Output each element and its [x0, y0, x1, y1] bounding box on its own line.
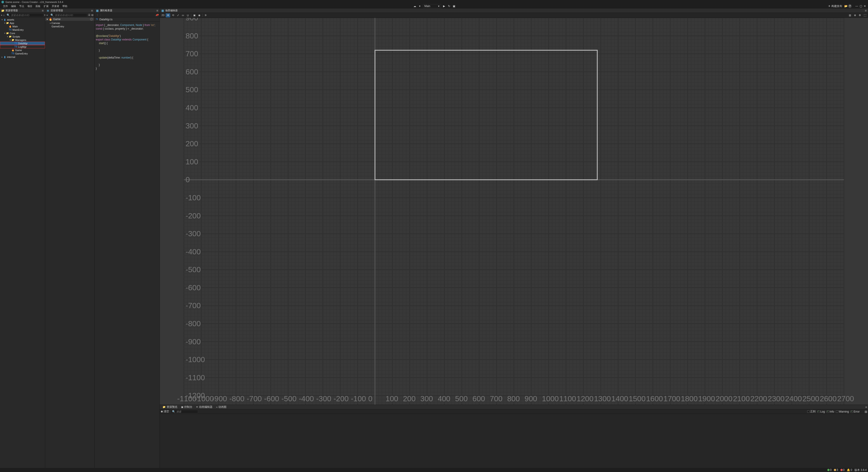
panel-menu-icon[interactable]: ≡	[865, 9, 867, 12]
menu-帮助[interactable]: 帮助	[61, 4, 69, 8]
console-search-input[interactable]	[176, 410, 208, 413]
info-icon[interactable]: i	[90, 18, 93, 21]
chevron-down-icon[interactable]: ▾	[46, 18, 48, 21]
transform-tool-button[interactable]: U	[186, 13, 190, 18]
tree-row[interactable]: ▸Canvas	[45, 21, 94, 25]
info-checkbox[interactable]: Info	[827, 410, 834, 413]
tree-row[interactable]: ▾📁App	[0, 21, 45, 25]
console-search[interactable]: 🔍	[171, 410, 198, 413]
inspector-filename: DataMgr.ts	[99, 18, 113, 21]
maximize-button[interactable]: ▢	[859, 4, 863, 8]
error-checkbox[interactable]: Error	[850, 410, 860, 413]
twist-icon[interactable]: ▾	[1, 19, 3, 21]
close-button[interactable]: ✕	[863, 4, 867, 8]
menu-开发者[interactable]: 开发者	[50, 4, 61, 8]
log-checkbox[interactable]: Log	[817, 410, 825, 413]
panel-menu-icon[interactable]: ≡	[91, 9, 93, 12]
tree-row[interactable]: ▾📁Managers	[0, 38, 45, 41]
menu-文件[interactable]: 文件	[1, 4, 9, 8]
nav-forward-button[interactable]: 〉	[100, 13, 103, 17]
open-folder-button[interactable]: 📂	[844, 4, 848, 8]
assets-search-input[interactable]	[11, 14, 42, 17]
console-settings-icon[interactable]: ▤	[865, 410, 867, 413]
tree-row[interactable]: TSGameEntry	[0, 52, 45, 55]
assets-search[interactable]: 🔍	[5, 13, 43, 17]
twist-icon[interactable]: ▾	[9, 39, 11, 41]
twist-icon[interactable]: ▸	[1, 56, 3, 58]
tree-row[interactable]: ▸▮internal	[0, 55, 45, 59]
rotate-tool-button[interactable]: ⟲	[170, 13, 175, 18]
menu-编辑[interactable]: 编辑	[9, 4, 18, 8]
panel-menu-icon[interactable]: ≡	[156, 9, 158, 12]
hierarchy-search[interactable]: 🔍	[49, 13, 87, 17]
scene-icon[interactable]: ☁	[413, 4, 416, 8]
add-node-button[interactable]: +	[46, 13, 49, 17]
mode-2d-button[interactable]: 2D	[161, 13, 165, 18]
move-tool-button[interactable]: ✥	[166, 13, 170, 18]
menu-项目[interactable]: 项目	[26, 4, 34, 8]
bottom-tab[interactable]: ✦动画编辑器	[194, 405, 214, 409]
hierarchy-scene-row[interactable]: ▾ 🔥 Game i	[45, 18, 94, 21]
fullscreen-button[interactable]: ⛶	[863, 13, 867, 18]
status-error[interactable]: 0	[840, 468, 845, 472]
panel-menu-icon[interactable]: ≡	[42, 9, 43, 12]
svg-text:700: 700	[186, 50, 198, 58]
status-warn[interactable]: 3	[834, 468, 838, 472]
menu-面板[interactable]: 面板	[34, 4, 42, 8]
warning-checkbox[interactable]: Warning	[836, 410, 849, 413]
reload-button[interactable]: ↻	[447, 4, 451, 8]
align-tool-button[interactable]: ⊪	[204, 13, 208, 18]
scene-view[interactable]: -1200-1100-1000-900-800-700-600-500-400-…	[160, 18, 868, 405]
pin-icon[interactable]: 📌	[155, 13, 159, 17]
twist-icon[interactable]: ▾	[4, 22, 6, 24]
gizmo-button[interactable]: ▥	[848, 13, 852, 18]
tree-row[interactable]: TSMainEntry	[0, 28, 45, 31]
help-button[interactable]: ?	[848, 4, 852, 8]
nav-back-button[interactable]: 〈	[95, 13, 98, 17]
anchor-tool-button[interactable]: ▣	[192, 13, 197, 18]
pivot-tool-button[interactable]: ◉	[197, 13, 202, 18]
build-publish-button[interactable]: ✈构建发布	[827, 4, 844, 8]
camera-button[interactable]: ⊕	[852, 13, 857, 18]
rect-tool-button[interactable]: ▭	[181, 13, 185, 18]
console-body[interactable]	[160, 414, 868, 468]
hierarchy-search-input[interactable]	[55, 14, 86, 17]
svg-text:2200: 2200	[750, 395, 767, 403]
bottom-tab[interactable]: 📁资源预览	[161, 405, 179, 409]
dropdown-caret-icon[interactable]: ▾	[418, 4, 422, 8]
tree-row[interactable]: ▾▮assets	[0, 18, 45, 21]
scene-dropdown[interactable]: Main▾	[423, 4, 441, 8]
status-info[interactable]: 0	[827, 468, 832, 472]
bottom-tab[interactable]: ▣控制台	[179, 405, 194, 409]
bottom-tab[interactable]: ≈动画图	[214, 405, 228, 409]
settings-button[interactable]: ⚙	[858, 13, 862, 18]
options-button[interactable]: ☰	[88, 13, 90, 17]
tree-row[interactable]: TSLogMgr	[0, 45, 45, 49]
regex-checkbox[interactable]: 正则	[807, 410, 815, 413]
svg-text:700: 700	[490, 395, 502, 403]
tree-row[interactable]: ▾📁Scripts	[0, 35, 45, 38]
menu-节点[interactable]: 节点	[18, 4, 26, 8]
panel-menu-icon[interactable]: ≡	[865, 405, 867, 409]
minimize-button[interactable]: —	[855, 4, 859, 8]
tree-row[interactable]: TSDataMgr	[0, 41, 45, 45]
step-button[interactable]: ▣	[452, 4, 456, 8]
scale-tool-button[interactable]: ⤢	[176, 13, 180, 18]
tree-row[interactable]: GameEntry	[45, 25, 94, 28]
status-notify[interactable]: 🔔0	[847, 468, 852, 472]
play-button[interactable]: ▶	[442, 4, 446, 8]
scene-toolbar: 2D ✥ ⟲ ⤢ ▭ U ▣ ◉ ⊪ ▥ ⊕ ⚙ ⛶	[160, 13, 868, 18]
assets-tree[interactable]: ▾▮assets▾📁App🔥MainTSMainEntry▾📁Core▾📁Scr…	[0, 18, 45, 468]
tree-row[interactable]: ▾📁Core	[0, 31, 45, 35]
sort-button[interactable]: ↕	[3, 13, 4, 17]
menu-扩展[interactable]: 扩展	[42, 4, 50, 8]
hierarchy-tree[interactable]: ▸CanvasGameEntry	[45, 21, 94, 468]
tree-row[interactable]: 🔥Game	[0, 49, 45, 52]
twist-icon[interactable]: ▾	[4, 32, 6, 34]
collapse-button[interactable]: ⊟	[91, 13, 94, 17]
twist-icon[interactable]: ▸	[49, 22, 52, 24]
clear-console-button[interactable]: ✺清空	[161, 410, 169, 413]
tree-row[interactable]: 🔥Main	[0, 25, 45, 28]
twist-icon[interactable]: ▾	[6, 35, 8, 38]
add-button[interactable]: +	[1, 13, 2, 17]
